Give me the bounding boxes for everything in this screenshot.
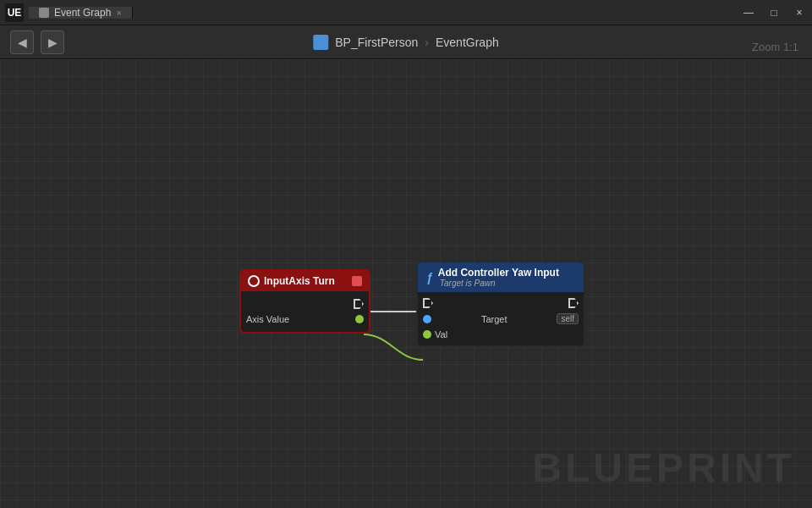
yaw-val-label: Val: [435, 329, 447, 340]
yaw-input-node[interactable]: ƒ Add Controller Yaw Input Target is Paw…: [416, 261, 585, 347]
window-controls: — □ ×: [736, 0, 812, 25]
yaw-input-title: Add Controller Yaw Input: [438, 267, 559, 279]
close-button[interactable]: ×: [787, 0, 812, 25]
input-axis-header: InputAxis Turn: [241, 271, 369, 291]
input-axis-exec-out-pin[interactable]: [354, 299, 364, 309]
yaw-target-label: Target: [481, 314, 508, 324]
yaw-input-subtitle: Target is Pawn: [440, 279, 559, 288]
input-axis-body: Axis Value: [241, 291, 369, 332]
function-icon: ƒ: [426, 271, 433, 284]
minimize-button[interactable]: —: [736, 0, 761, 25]
event-graph-tab[interactable]: Event Graph ×: [29, 7, 133, 19]
yaw-exec-in-pin[interactable]: [423, 298, 433, 308]
title-bar: UE Event Graph × — □ ×: [0, 0, 812, 25]
breadcrumb-graph[interactable]: EventGraph: [436, 36, 499, 49]
blueprint-canvas[interactable]: InputAxis Turn Axis Value ƒ Add Controll…: [0, 59, 812, 508]
maximize-button[interactable]: □: [761, 0, 787, 25]
yaw-target-row: Target self: [418, 311, 584, 327]
input-axis-exec-row: [241, 296, 369, 312]
axis-value-row: Axis Value: [241, 312, 369, 327]
tab-bar: Event Graph ×: [29, 7, 133, 19]
input-axis-title: InputAxis Turn: [264, 275, 335, 287]
title-bar-left: UE Event Graph ×: [0, 3, 133, 22]
zoom-label: Zoom 1:1: [752, 41, 798, 53]
breadcrumb-separator: ›: [425, 36, 429, 49]
yaw-val-pin[interactable]: [423, 330, 431, 339]
tab-label: Event Graph: [54, 7, 111, 19]
yaw-target-self-badge: self: [557, 313, 579, 324]
input-axis-icon: [248, 275, 260, 287]
blueprint-icon: [313, 35, 328, 50]
yaw-target-pin[interactable]: [423, 315, 431, 323]
blueprint-watermark: BLUEPRINT: [532, 444, 795, 491]
yaw-input-header: ƒ Add Controller Yaw Input Target is Paw…: [418, 262, 584, 292]
tab-close-button[interactable]: ×: [116, 8, 121, 18]
breadcrumb: BP_FirstPerson › EventGraph: [313, 25, 498, 59]
input-axis-node[interactable]: InputAxis Turn Axis Value: [239, 269, 370, 334]
connections-svg: [0, 59, 812, 508]
axis-value-label: Axis Value: [246, 314, 289, 324]
breadcrumb-project[interactable]: BP_FirstPerson: [335, 36, 418, 49]
yaw-exec-out-pin[interactable]: [568, 298, 579, 308]
forward-button[interactable]: ▶: [41, 30, 64, 54]
back-button[interactable]: ◀: [10, 30, 34, 54]
yaw-exec-row: [418, 295, 584, 311]
yaw-val-row: Val: [418, 327, 584, 342]
yaw-input-body: Target self Val: [418, 292, 584, 345]
tab-icon: [39, 8, 49, 18]
input-axis-badge: [352, 276, 362, 286]
axis-value-out-pin[interactable]: [355, 315, 364, 323]
ue-logo: UE: [5, 3, 24, 22]
